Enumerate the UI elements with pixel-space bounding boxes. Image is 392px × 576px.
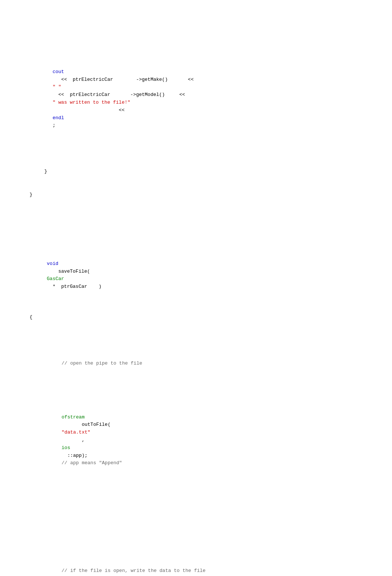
code-line-func1: void saveToFile( GasCar * ptrGasCar ): [30, 252, 377, 299]
code-line-blank3: [30, 521, 377, 529]
code-content: cout << ptrElectricCar ->getMake() << " …: [30, 22, 377, 576]
code-line-1: cout << ptrElectricCar ->getMake() << " …: [30, 53, 377, 145]
code-line-3: }: [30, 191, 377, 199]
code-line-comment2: // if the file is open, write the data t…: [30, 559, 377, 576]
code-line-blank1: [30, 214, 377, 222]
code-line-blank2: [30, 498, 377, 506]
code-line-brace1: {: [30, 314, 377, 321]
code-line-2: }: [30, 168, 377, 176]
code-line-ofstream1: ofstream outToFile( "data.txt" , ios ::a…: [30, 406, 377, 475]
code-line-comment1: // open the pipe to the file: [30, 352, 377, 375]
code-viewer: cout << ptrElectricCar ->getMake() << " …: [30, 22, 377, 576]
